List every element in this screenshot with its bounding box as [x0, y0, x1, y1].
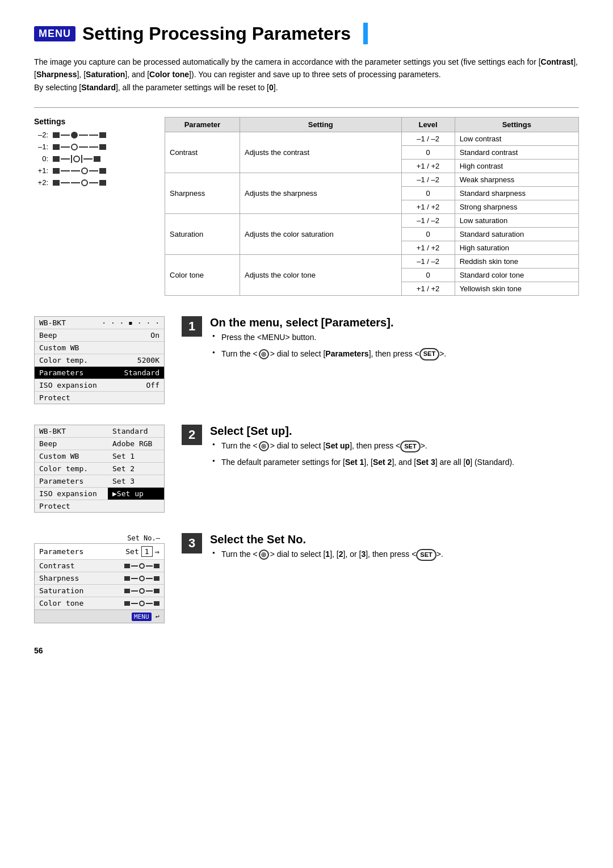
step2-title: Select [Set up].	[210, 425, 579, 438]
dial-sq-right	[99, 144, 106, 150]
level-sharpness-high: +1 / +2	[401, 200, 455, 214]
dial-label-zero: 0:	[34, 154, 48, 163]
d-sq2	[154, 601, 159, 606]
camera-menu-step1: WB-BKT· · · ▪ · · · BeepOn Custom WB Col…	[34, 316, 165, 404]
menu-badge-footer: MENU	[132, 613, 152, 621]
level-contrast-std: 0	[401, 146, 455, 160]
dial-sq-left	[53, 168, 60, 174]
level-contrast-high: +1 / +2	[401, 160, 455, 173]
dial-sq-left	[53, 180, 60, 186]
d-sq	[124, 576, 130, 581]
table-row: Saturation Adjusts the color saturation …	[165, 214, 579, 228]
dial-track-minus2	[53, 132, 106, 139]
step1-row: WB-BKT· · · ▪ · · · BeepOn Custom WB Col…	[34, 316, 579, 404]
menu-item-beep: BeepOn	[35, 329, 164, 342]
dial-line-3	[89, 170, 98, 171]
intro-bold-sharpness: Sharpness	[36, 70, 77, 79]
d-ln	[131, 603, 138, 604]
setting-sharpness: Adjusts the sharpness	[240, 173, 401, 214]
step3-bullet1: Turn the <◎> dial to select [1], [2], or…	[212, 546, 579, 563]
set-badge2: SET	[400, 441, 420, 453]
desc-colortone-high: Yellowish skin tone	[455, 282, 578, 296]
desc-saturation-high: High saturation	[455, 241, 578, 255]
dial-sq-right	[99, 132, 106, 138]
level-saturation-low: –1 / –2	[401, 214, 455, 228]
d-c	[139, 601, 145, 606]
step2-number: 2	[182, 425, 202, 445]
dial-track-minus1	[53, 144, 106, 150]
setting-colortone: Adjusts the color tone	[240, 255, 401, 296]
step3-content-wrapper: 3 Select the Set No. Turn the <◎> dial t…	[182, 533, 579, 563]
settings-table-section: Settings –2: –1:	[34, 107, 579, 296]
param-sharpness-dial	[124, 576, 159, 581]
set-no-label: Set No.–	[34, 533, 165, 543]
desc-contrast-std: Standard contrast	[455, 146, 578, 160]
steps-section: WB-BKT· · · ▪ · · · BeepOn Custom WB Col…	[34, 316, 579, 623]
dial-circle	[71, 144, 78, 150]
param-colortone: Color tone	[165, 255, 240, 296]
param-saturation-row: Saturation	[35, 585, 164, 597]
menu-item-wbbkt: WB-BKT· · · ▪ · · ·	[35, 317, 164, 329]
intro-bold-colortone: Color tone	[149, 70, 189, 79]
dial-line-2	[83, 158, 93, 160]
d-c	[139, 563, 145, 569]
desc-saturation-low: Low saturation	[455, 214, 578, 228]
desc-saturation-std: Standard saturation	[455, 228, 578, 241]
step2-bullet1: Turn the <◎> dial to select [Set up], th…	[212, 438, 579, 454]
dial-icon2: ◎	[259, 441, 269, 451]
level-saturation-std: 0	[401, 228, 455, 241]
dropdown-standard: Standard	[108, 425, 164, 438]
settings-diagram: Settings –2: –1:	[34, 117, 148, 296]
dial-line-3	[89, 182, 98, 183]
dial-center-tick	[71, 155, 72, 163]
dial-line-2	[79, 135, 88, 136]
desc-colortone-low: Reddish skin tone	[455, 255, 578, 269]
dial-sq-right	[99, 180, 106, 186]
setting-contrast: Adjusts the contrast	[240, 132, 401, 173]
dial-track-plus2	[53, 179, 106, 186]
intro-bold-contrast: Contrast	[541, 57, 574, 66]
step1-number: 1	[182, 316, 202, 337]
menu-item-protect: Protect	[35, 392, 164, 404]
step2-visual: WB-BKT Beep Custom WB Color temp. Parame…	[34, 425, 165, 513]
step3-visual: Set No.– Parameters Set 1 ⇒ Contrast	[34, 533, 165, 623]
step1-visual: WB-BKT· · · ▪ · · · BeepOn Custom WB Col…	[34, 316, 165, 404]
dial-track-plus1	[53, 167, 106, 174]
param-sharpness-label: Sharpness	[39, 574, 79, 582]
d-sq	[124, 564, 130, 568]
menu-return-arrow: ↩	[156, 613, 159, 620]
dial-circle	[81, 167, 88, 174]
intro-text-3: ], [	[77, 70, 86, 79]
menu-badge: MENU	[34, 26, 75, 41]
dial-line-1	[61, 158, 70, 160]
level-colortone-std: 0	[401, 269, 455, 282]
level-colortone-high: +1 / +2	[401, 282, 455, 296]
param-saturation-label: Saturation	[39, 586, 83, 595]
param-sharpness: Sharpness	[165, 173, 240, 214]
dial-label-minus2: –2:	[34, 131, 48, 139]
step1-content-wrapper: 1 On the menu, select [Parameters]. Pres…	[182, 316, 579, 362]
d-c	[139, 576, 145, 581]
level-sharpness-std: 0	[401, 187, 455, 200]
dial-line-2	[71, 170, 80, 171]
dial-line-2	[71, 182, 80, 183]
table-row: Sharpness Adjusts the sharpness –1 / –2 …	[165, 173, 579, 187]
dial-label-minus1: –1:	[34, 142, 48, 151]
d-sq	[124, 601, 130, 606]
d-ln2	[146, 565, 153, 567]
step1-bullet2: Turn the <◎> dial to select [Parameters]…	[212, 346, 579, 362]
page-number: 56	[34, 646, 579, 655]
set-text: Set	[125, 547, 138, 556]
menu-item-parameters: ParametersStandard	[35, 367, 164, 379]
step1-content: On the menu, select [Parameters]. Press …	[210, 316, 579, 362]
intro-text-1: The image you capture can be processed a…	[34, 57, 541, 66]
param-colortone-row: Color tone	[35, 597, 164, 610]
step3-title: Select the Set No.	[210, 533, 579, 546]
d-ln2	[146, 578, 153, 579]
d-ln	[131, 565, 138, 567]
step1-bullet1: Press the <MENU> button.	[212, 329, 579, 345]
param-colortone-dial	[124, 601, 159, 606]
menu-item-isoexpansion: ISO expansionOff	[35, 379, 164, 392]
step3-bullets: Turn the <◎> dial to select [1], [2], or…	[210, 546, 579, 563]
page-title: MENU Setting Processing Parameters	[34, 23, 579, 44]
